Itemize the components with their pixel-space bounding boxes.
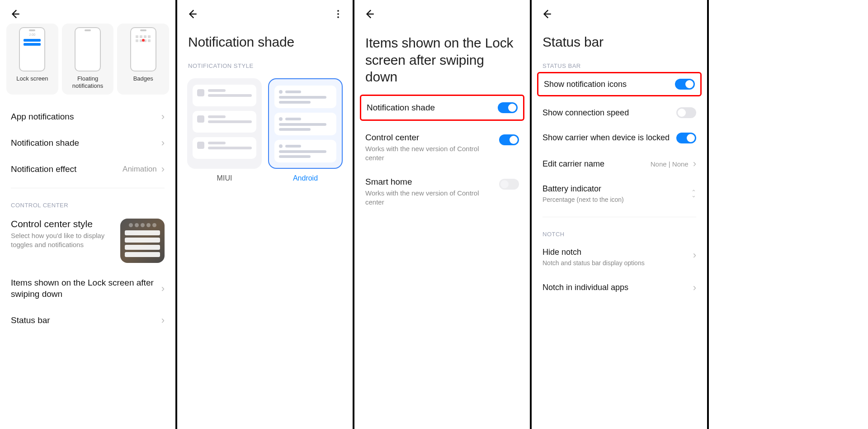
chevron-right-icon: › <box>693 158 696 170</box>
toggle-switch <box>499 179 519 190</box>
row-items-lock-screen[interactable]: Items shown on the Lock screen after swi… <box>0 270 175 307</box>
preview-floating[interactable]: Floating notifications <box>62 24 114 95</box>
section-label-style: NOTIFICATION STYLE <box>177 54 353 72</box>
updown-icon[interactable]: ⌃⌄ <box>691 191 696 197</box>
row-show-notification-icons[interactable]: Show notification icons <box>538 73 700 95</box>
status-bar-panel: Status bar STATUS BAR Show notification … <box>532 0 709 429</box>
row-edit-carrier-name[interactable]: Edit carrier name None | None › <box>532 151 707 177</box>
row-show-carrier-locked[interactable]: Show carrier when device is locked <box>532 125 707 151</box>
row-smart-home-toggle[interactable]: Smart home Works with the new version of… <box>354 170 530 214</box>
toggle-switch[interactable] <box>676 107 696 118</box>
row-notch-individual-apps[interactable]: Notch in individual apps › <box>532 275 707 301</box>
highlight-box: Notification shade <box>360 95 524 121</box>
toggle-switch[interactable] <box>499 134 519 145</box>
preview-label: Badges <box>133 75 153 82</box>
chevron-right-icon: › <box>161 315 165 326</box>
row-app-notifications[interactable]: App notifications › <box>0 104 175 130</box>
back-icon[interactable] <box>9 8 21 20</box>
section-label-notch: NOTCH <box>532 223 707 240</box>
more-icon[interactable] <box>333 9 344 19</box>
section-label-control-center: CONTROL CENTER <box>0 194 175 211</box>
control-center-thumbnail <box>120 219 165 263</box>
page-title: Notification shade <box>177 22 353 54</box>
chevron-right-icon: › <box>693 249 696 261</box>
row-control-center-toggle[interactable]: Control center Works with the new versio… <box>354 125 530 170</box>
row-hide-notch[interactable]: Hide notch Notch and status bar display … <box>532 240 707 275</box>
back-icon[interactable] <box>186 8 198 20</box>
page-title: Items shown on the Lock screen after swi… <box>354 22 530 90</box>
notification-shade-panel: Notification shade NOTIFICATION STYLE MI… <box>177 0 354 429</box>
highlight-box: Show notification icons <box>537 72 702 96</box>
divider <box>11 188 165 188</box>
preview-label: Floating notifications <box>65 75 111 89</box>
preview-label: Lock screen <box>16 75 48 82</box>
toggle-switch[interactable] <box>676 133 696 143</box>
row-control-center-style[interactable]: Control center style Select how you'd li… <box>0 211 175 270</box>
lock-screen-items-panel: Items shown on the Lock screen after swi… <box>354 0 532 429</box>
style-label: MIUI <box>217 174 232 182</box>
row-show-connection-speed[interactable]: Show connection speed <box>532 100 707 125</box>
chevron-right-icon: › <box>693 282 696 294</box>
toggle-switch[interactable] <box>498 102 518 113</box>
style-option-miui[interactable]: MIUI <box>187 78 262 182</box>
row-notification-shade[interactable]: Notification shade › <box>0 130 175 156</box>
chevron-right-icon: › <box>161 163 165 175</box>
back-icon[interactable] <box>363 8 375 20</box>
row-battery-indicator[interactable]: Battery indicator Percentage (next to th… <box>532 177 707 211</box>
row-notification-effect[interactable]: Notification effect Animation › <box>0 156 175 182</box>
preview-badges[interactable]: Badges <box>117 24 169 95</box>
toggle-switch[interactable] <box>675 79 695 90</box>
style-option-android[interactable]: Android <box>268 78 343 182</box>
divider <box>542 217 696 217</box>
settings-notifications-panel: 2:00 Lock screen Floating notifications … <box>0 0 177 429</box>
chevron-right-icon: › <box>161 137 165 149</box>
chevron-right-icon: › <box>161 111 165 123</box>
style-label: Android <box>293 174 318 182</box>
value-text: Animation <box>123 165 157 174</box>
back-icon[interactable] <box>541 8 552 20</box>
row-notification-shade-toggle[interactable]: Notification shade <box>361 96 523 119</box>
chevron-right-icon: › <box>161 283 165 295</box>
section-label-status-bar: STATUS BAR <box>532 54 707 72</box>
row-status-bar[interactable]: Status bar › <box>0 307 175 334</box>
preview-lock-screen[interactable]: 2:00 Lock screen <box>6 24 58 95</box>
value-text: None | None <box>651 160 689 168</box>
page-title: Status bar <box>532 22 707 54</box>
